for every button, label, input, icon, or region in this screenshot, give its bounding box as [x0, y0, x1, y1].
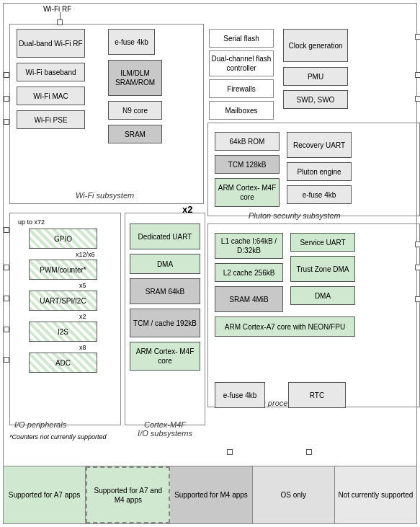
- wifi-mac-block: Wi-Fi MAC: [17, 87, 85, 105]
- x2-label2: x2: [79, 313, 86, 320]
- sram-4mib-block: SRAM 4MiB: [215, 286, 283, 312]
- l1-cache-block: L1 cache I:64kB / D:32kB: [215, 233, 283, 259]
- arm-cortex-m4f-block: ARM Cortex- M4F core: [130, 342, 200, 371]
- x12-x6-label: x12/x6: [76, 251, 95, 258]
- connector-right-3: [415, 96, 420, 102]
- serial-flash-block: Serial flash: [209, 29, 274, 48]
- connector-right-6: [415, 296, 420, 302]
- arm-m4-core-block: ARM Cortex- M4F core: [215, 178, 280, 207]
- connector-right-1: [415, 34, 420, 40]
- legend-a7m4: Supported for A7 and M4 apps: [86, 466, 170, 523]
- connector-right-2: [415, 72, 420, 78]
- pluton-engine-block: Pluton engine: [287, 162, 352, 181]
- legend-a7: Supported for A7 apps: [4, 466, 86, 523]
- io-peripherals-label: I/O peripherals: [14, 420, 66, 429]
- dedicated-uart-block: Dedicated UART: [130, 223, 200, 249]
- legend-os: OS only: [253, 466, 335, 523]
- rtc-block: RTC: [288, 382, 346, 408]
- efuse-bottom-block: e-fuse 4kb: [215, 382, 265, 408]
- x8-label: x8: [79, 344, 86, 351]
- connector-left-5: [4, 265, 9, 270]
- mailboxes-block: Mailboxes: [209, 101, 274, 120]
- arm-a7-core-block: ARM Cortex-A7 core with NEON/FPU: [215, 316, 355, 337]
- service-uart-block: Service UART: [290, 233, 355, 252]
- x2-main-label: x2: [182, 204, 192, 215]
- dual-band-block: Dual-band Wi-Fi RF: [17, 29, 85, 58]
- wifi-rf-label: Wi-Fi RF: [43, 5, 71, 13]
- tcm-cache-block: TCM / cache 192kB: [130, 309, 200, 337]
- note-text: *Counters not currently supported: [9, 433, 107, 440]
- connector-left-6: [4, 296, 9, 301]
- pwm-counter-block: PWM/counter*: [29, 260, 97, 280]
- i2s-block: I2S: [29, 322, 97, 342]
- diagram-area: Wi-Fi RF Wi-Fi subsystem Dual-band Wi-Fi…: [3, 3, 417, 466]
- connector-left-3: [4, 119, 9, 125]
- connector-left-2: [4, 96, 9, 102]
- connector-top-wifi: [57, 19, 63, 25]
- efuse-pluton-block: e-fuse 4kb: [287, 185, 352, 204]
- rom-64kb-block: 64kB ROM: [215, 132, 280, 151]
- dma-app-block: DMA: [290, 286, 355, 305]
- connector-right-5: [415, 265, 420, 270]
- n9-core-block: N9 core: [108, 101, 162, 120]
- dual-channel-block: Dual-channel flash controller: [209, 50, 274, 76]
- tcm-128kb-block: TCM 128kB: [215, 155, 280, 174]
- pluton-label: Pluton security subsystem: [249, 211, 341, 220]
- gpio-block: GPIO: [29, 229, 97, 249]
- wifi-baseband-block: Wi-Fi baseband: [17, 63, 85, 81]
- sram-64kb-block: SRAM 64kB: [130, 278, 200, 304]
- connector-bottom-1: [227, 449, 233, 455]
- legend-area: Supported for A7 apps Supported for A7 a…: [3, 466, 417, 524]
- wifi-subsystem-label: Wi-Fi subsystem: [76, 191, 134, 200]
- connector-bottom-2: [306, 449, 312, 455]
- recovery-uart-block: Recovery UART: [287, 132, 352, 158]
- sram-wifi-block: SRAM: [108, 125, 162, 143]
- wifi-pse-block: Wi-Fi PSE: [17, 110, 85, 129]
- cortex-m4f-label: Cortex-M4FI/O subsystems: [125, 420, 205, 438]
- pmu-block: PMU: [283, 67, 348, 86]
- connector-left-1: [4, 72, 9, 78]
- dma-io-block: DMA: [130, 254, 200, 274]
- clock-gen-block: Clock generation: [283, 29, 348, 62]
- connector-left-7: [4, 327, 9, 332]
- connector-left-8: [4, 357, 9, 363]
- legend-m4: Supported for M4 apps: [170, 466, 252, 523]
- uart-spi-i2c-block: UART/SPI/I2C: [29, 291, 97, 311]
- trustzone-dma-block: Trust Zone DMA: [290, 256, 355, 282]
- swd-swo-block: SWD, SWO: [283, 90, 348, 109]
- x5-label: x5: [79, 282, 86, 289]
- connector-left-4: [4, 227, 9, 233]
- legend-not: Not currently supported: [335, 466, 416, 523]
- main-container: Wi-Fi RF Wi-Fi subsystem Dual-band Wi-Fi…: [0, 0, 420, 527]
- firewalls-block: Firewalls: [209, 79, 274, 98]
- up-to-x72-label: up to x72: [18, 218, 45, 226]
- adc-block: ADC: [29, 353, 97, 373]
- connector-right-4: [415, 242, 420, 247]
- efuse-top-block: e-fuse 4kb: [108, 29, 155, 55]
- ilm-dlm-block: ILM/DLM SRAM/ROM: [108, 60, 162, 96]
- l2-cache-block: L2 cache 256kB: [215, 263, 283, 282]
